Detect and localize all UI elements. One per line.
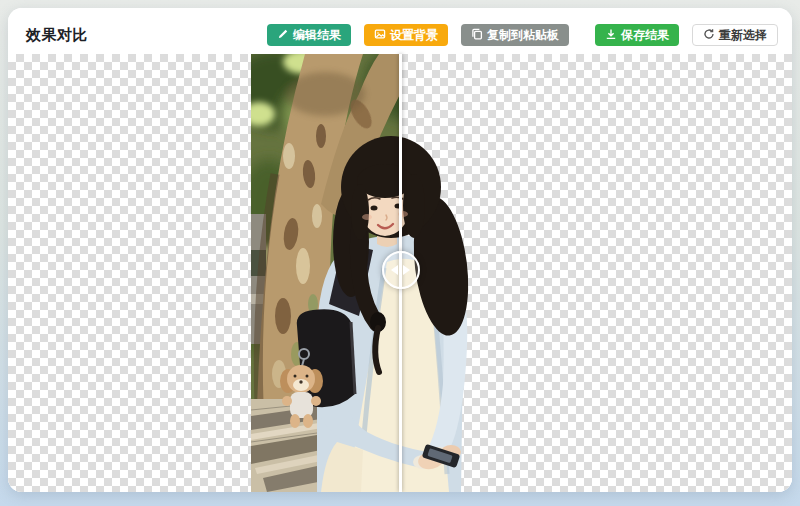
comparison-photo[interactable] xyxy=(251,54,480,492)
refresh-icon xyxy=(703,28,715,43)
reselect-label: 重新选择 xyxy=(719,27,767,44)
arrow-left-icon xyxy=(391,265,398,275)
pencil-icon xyxy=(277,28,289,43)
set-background-button[interactable]: 设置背景 xyxy=(364,24,448,46)
comparison-slider-handle[interactable] xyxy=(382,251,420,289)
edit-result-label: 编辑结果 xyxy=(293,27,341,44)
main-panel: 效果对比 编辑结果 设置背景 xyxy=(8,8,792,492)
reselect-button[interactable]: 重新选择 xyxy=(692,24,778,46)
save-result-button[interactable]: 保存结果 xyxy=(595,24,679,46)
save-result-label: 保存结果 xyxy=(621,27,669,44)
set-background-label: 设置背景 xyxy=(390,27,438,44)
transparency-canvas xyxy=(8,54,792,492)
page-title: 效果对比 xyxy=(26,26,88,45)
header-bar: 效果对比 编辑结果 设置背景 xyxy=(8,8,792,54)
download-icon xyxy=(605,28,617,43)
copy-to-clipboard-button[interactable]: 复制到粘贴板 xyxy=(461,24,569,46)
copy-to-clipboard-label: 复制到粘贴板 xyxy=(487,27,559,44)
image-icon xyxy=(374,28,386,43)
edit-result-button[interactable]: 编辑结果 xyxy=(267,24,351,46)
arrow-right-icon xyxy=(403,265,410,275)
copy-icon xyxy=(471,28,483,43)
